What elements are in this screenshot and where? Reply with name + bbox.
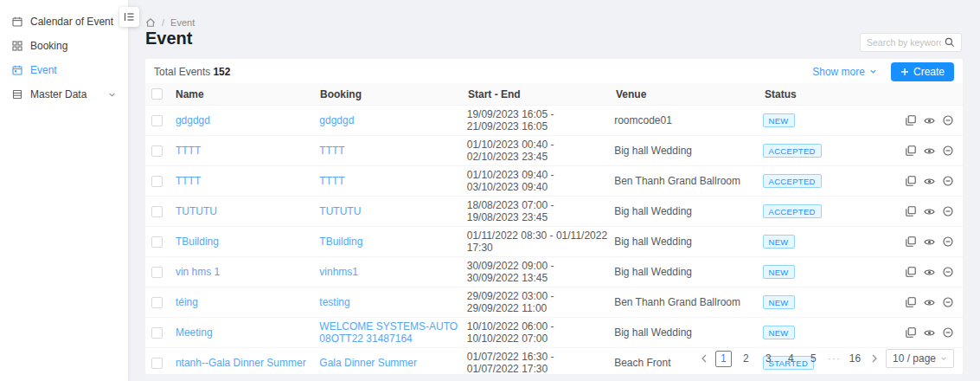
event-name-link[interactable]: ntanh--Gala Dinner Summer [176, 357, 306, 369]
eye-icon[interactable] [924, 145, 935, 157]
event-name-link[interactable]: TBuilding [176, 236, 219, 248]
row-checkbox[interactable] [151, 115, 163, 126]
status-badge: NEW [763, 235, 795, 249]
copy-icon[interactable] [906, 145, 916, 157]
pagination: 12345···16 10 / page [699, 349, 954, 368]
minus-circle-icon[interactable] [943, 267, 953, 278]
eye-icon[interactable] [924, 327, 935, 339]
eye-icon[interactable] [924, 297, 935, 308]
create-button[interactable]: Create [891, 62, 954, 81]
event-name-link[interactable]: gdgdgd [176, 114, 210, 126]
event-name-link[interactable]: vin hms 1 [176, 266, 220, 278]
calendar-icon [12, 16, 22, 27]
row-checkbox[interactable] [151, 206, 163, 217]
status-badge: NEW [763, 326, 795, 339]
sidebar-collapse-button[interactable] [119, 7, 139, 27]
event-name-link[interactable]: TTTT [176, 175, 201, 187]
eye-icon[interactable] [924, 267, 935, 278]
sidebar-item-booking[interactable]: Booking [0, 34, 128, 58]
booking-link[interactable]: TUTUTU [319, 205, 361, 217]
minus-circle-icon[interactable] [943, 145, 953, 157]
menu-fold-icon [124, 11, 135, 23]
event-name-link[interactable]: TUTUTU [176, 205, 217, 217]
page-button-16[interactable]: 16 [847, 351, 863, 367]
booking-link[interactable]: TBuilding [319, 236, 362, 248]
minus-circle-icon[interactable] [943, 297, 953, 308]
next-page-button[interactable] [869, 354, 880, 363]
total-events: Total Events152 [154, 66, 230, 78]
column-header-start-end[interactable]: Start - End [468, 88, 616, 100]
search-icon[interactable] [945, 37, 955, 48]
event-name-link[interactable]: Meeting [176, 326, 213, 339]
page-button-2[interactable]: 2 [738, 351, 754, 367]
copy-icon[interactable] [906, 327, 916, 339]
copy-icon[interactable] [906, 176, 916, 187]
row-checkbox[interactable] [151, 297, 163, 308]
sidebar-item-calendar-of-event[interactable]: Calendar of Event [0, 10, 128, 34]
home-icon[interactable] [145, 17, 156, 28]
page-button-4[interactable]: 4 [783, 351, 799, 367]
copy-icon[interactable] [906, 115, 916, 126]
copy-icon[interactable] [906, 297, 916, 308]
chevron-down-icon [108, 91, 116, 99]
prev-page-button[interactable] [699, 354, 709, 363]
page-ellipsis[interactable]: ··· [828, 352, 841, 365]
table-row: Meeting WELCOME SYSTEMS-AUTO 08OTT22 314… [145, 317, 963, 347]
row-checkbox[interactable] [151, 327, 163, 339]
column-header-name[interactable]: Name [176, 88, 320, 100]
booking-link[interactable]: testing [319, 296, 349, 308]
minus-circle-icon[interactable] [943, 327, 953, 339]
total-events-count: 152 [213, 66, 230, 78]
eye-icon[interactable] [924, 176, 935, 187]
breadcrumb-current[interactable]: Event [170, 17, 195, 28]
venue-text: Big hall Wedding [614, 145, 762, 157]
column-header-status[interactable]: Status [765, 88, 908, 100]
status-badge: NEW [763, 265, 795, 279]
sidebar-item-master-data[interactable]: Master Data [0, 82, 128, 107]
booking-link[interactable]: TTTT [319, 175, 344, 187]
table-row: gdgdgd gdgdgd 19/09/2023 16:05 - 21/09/2… [145, 105, 963, 135]
sidebar-item-label: Master Data [30, 88, 86, 100]
page-button-5[interactable]: 5 [805, 351, 822, 367]
minus-circle-icon[interactable] [943, 206, 953, 217]
start-end-text: 19/09/2023 16:05 - 21/09/2023 16:05 [467, 108, 614, 132]
event-name-link[interactable]: téing [176, 296, 198, 308]
venue-text: Big hall Wedding [614, 266, 762, 278]
copy-icon[interactable] [906, 206, 916, 217]
page-button-3[interactable]: 3 [760, 351, 777, 367]
sidebar-item-event[interactable]: Event [0, 58, 128, 82]
row-checkbox[interactable] [151, 236, 163, 248]
eye-icon[interactable] [924, 115, 935, 126]
eye-icon[interactable] [924, 206, 935, 217]
breadcrumb-separator: / [162, 17, 164, 28]
booking-link[interactable]: TTTT [319, 145, 344, 157]
copy-icon[interactable] [906, 267, 916, 278]
row-checkbox[interactable] [151, 145, 163, 157]
booking-link[interactable]: WELCOME SYSTEMS-AUTO 08OTT22 31487164 [319, 320, 459, 345]
booking-link[interactable]: gdgdgd [319, 114, 354, 126]
copy-icon[interactable] [906, 236, 916, 248]
start-end-text: 29/09/2022 03:00 - 29/09/2022 11:00 [467, 290, 614, 314]
minus-circle-icon[interactable] [943, 176, 953, 187]
booking-link[interactable]: vinhms1 [319, 266, 358, 278]
show-more-link[interactable]: Show more [812, 66, 877, 78]
row-checkbox[interactable] [151, 267, 163, 278]
chevron-down-icon [869, 68, 877, 75]
page-buttons-container: 12345···16 [715, 351, 863, 367]
booking-link[interactable]: Gala Dinner Summer [319, 357, 417, 369]
page-button-1[interactable]: 1 [715, 351, 732, 367]
row-checkbox[interactable] [151, 176, 163, 187]
status-badge: ACCEPTED [763, 144, 822, 158]
row-checkbox[interactable] [151, 358, 163, 369]
minus-circle-icon[interactable] [943, 115, 953, 126]
event-name-link[interactable]: TTTT [176, 145, 201, 157]
column-header-booking[interactable]: Booking [320, 88, 468, 100]
minus-circle-icon[interactable] [943, 236, 953, 248]
eye-icon[interactable] [924, 236, 935, 248]
venue-text: Big hall Wedding [614, 205, 762, 217]
column-header-venue[interactable]: Venue [616, 88, 765, 100]
search-box [860, 33, 962, 52]
page-size-select[interactable]: 10 / page [886, 349, 954, 368]
select-all-checkbox[interactable] [151, 88, 163, 100]
search-input[interactable] [867, 37, 941, 48]
